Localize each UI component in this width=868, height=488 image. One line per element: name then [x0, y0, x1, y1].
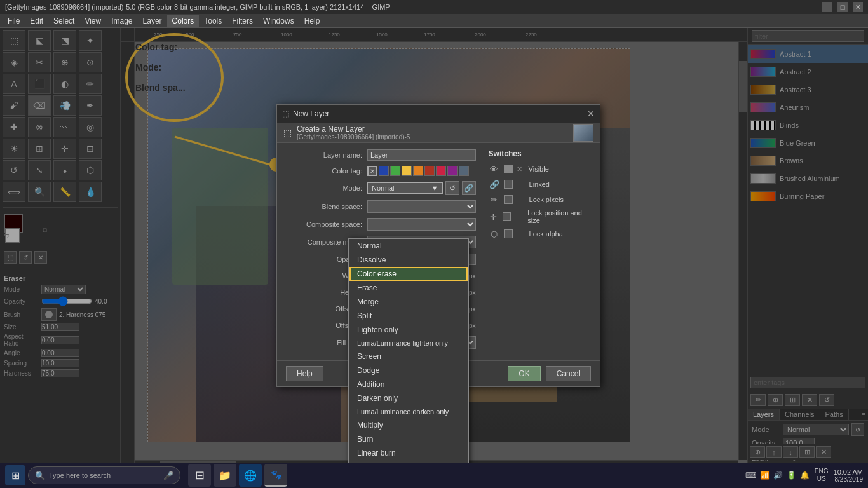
dropdown-item-screen[interactable]: Screen: [349, 349, 468, 363]
visible-x-mark: ✕: [517, 165, 522, 173]
menu-help[interactable]: Help: [299, 15, 325, 27]
search-icon: 🔍: [35, 471, 45, 480]
color-tag-grey[interactable]: [459, 166, 469, 176]
dialog-title-text: New Layer: [293, 109, 329, 118]
blend-space-row: Blend space:: [286, 200, 476, 213]
linked-icon: 🔗: [489, 179, 500, 190]
mode-dropdown-arrow: ▼: [431, 184, 438, 192]
start-button[interactable]: ⊞: [5, 465, 25, 485]
blend-space-label: Blend space:: [286, 203, 362, 210]
menu-tools[interactable]: Tools: [199, 15, 227, 27]
cancel-button[interactable]: Cancel: [546, 366, 591, 381]
layer-name-row: Layer name:: [286, 149, 476, 161]
color-tag-red1[interactable]: [424, 166, 435, 176]
dialog-sub-icon: ⬚: [283, 128, 292, 138]
color-tag-label: Color tag:: [286, 167, 362, 175]
dropdown-item-dissolve[interactable]: Dissolve: [349, 253, 468, 267]
linked-label: Linked: [529, 180, 550, 188]
dialog-icon: ⬚: [282, 109, 289, 118]
menu-select[interactable]: Select: [48, 15, 79, 27]
dialog-sub-title: Create a New Layer: [297, 125, 410, 133]
composite-space-select[interactable]: [367, 218, 476, 231]
dropdown-item-erase[interactable]: Erase: [349, 281, 468, 295]
offset-y-unit: px: [469, 322, 476, 329]
menu-file[interactable]: File: [3, 15, 25, 27]
menu-image[interactable]: Image: [106, 15, 137, 27]
lock-pixels-icon: ✏: [489, 194, 500, 205]
lock-position-checkbox[interactable]: [503, 212, 511, 221]
mode-selected-value: Normal: [372, 184, 394, 192]
visible-checkbox[interactable]: [504, 165, 513, 173]
mode-reset-btn[interactable]: ↺: [445, 181, 459, 195]
color-tag-swatches: ✕: [367, 166, 469, 176]
dropdown-item-burn[interactable]: Burn: [349, 432, 468, 446]
color-tag-yellow[interactable]: [402, 166, 412, 176]
lock-position-label: Lock position and size: [527, 209, 591, 224]
menu-windows[interactable]: Windows: [258, 15, 299, 27]
menu-edit[interactable]: Edit: [25, 15, 48, 27]
menu-filters[interactable]: Filters: [227, 15, 258, 27]
menu-colors[interactable]: Colors: [167, 15, 200, 27]
dropdown-item-dodge[interactable]: Dodge: [349, 363, 468, 377]
taskbar-search-box[interactable]: 🔍 Type here to search 🎤: [28, 466, 180, 484]
mode-dropdown-btn[interactable]: Normal ▼: [367, 182, 443, 194]
blend-space-select[interactable]: [367, 200, 476, 213]
mode-link-btn[interactable]: 🔗: [462, 181, 476, 195]
dialog-sub-header: ⬚ Create a New Layer [GettyImages-108909…: [277, 123, 600, 143]
taskbar-search-text: Type here to search: [49, 471, 111, 479]
mode-dropdown-menu: Normal Dissolve Color erase Erase Merge …: [348, 238, 469, 488]
dropdown-item-luma-darken[interactable]: Luma/Luminance darken only: [349, 405, 468, 418]
color-tag-purple[interactable]: [447, 166, 458, 176]
dropdown-item-multiply[interactable]: Multiply: [349, 418, 468, 432]
close-button[interactable]: ✕: [853, 2, 863, 12]
taskbar-app-explorer[interactable]: 📁: [214, 464, 236, 487]
lock-pixels-switch-row: ✏ Lock pixels: [489, 194, 591, 205]
color-tag-blue[interactable]: [379, 166, 389, 176]
menu-view[interactable]: View: [79, 15, 106, 27]
form-mode-label: Mode:: [286, 184, 362, 192]
minimize-button[interactable]: –: [822, 2, 832, 12]
taskbar-app-edge[interactable]: 🌐: [239, 464, 262, 487]
composite-space-row: Composite space:: [286, 218, 476, 231]
dropdown-item-linear-burn[interactable]: Linear burn: [349, 446, 468, 460]
lock-alpha-icon: ⬡: [489, 228, 500, 240]
taskbar: ⊞ 🔍 Type here to search 🎤 ⊟ 📁 🌐 🐾 ⌨ 📶 🔊 …: [0, 463, 868, 488]
color-tag-row: Color tag: ✕: [286, 166, 476, 176]
layer-name-label: Layer name:: [286, 151, 362, 159]
composite-space-label: Composite space:: [286, 220, 362, 228]
title-bar: [GettyImages-1089096664] (imported)-5.0 …: [0, 0, 868, 14]
dropdown-item-normal[interactable]: Normal: [349, 239, 468, 253]
dropdown-item-split[interactable]: Split: [349, 309, 468, 323]
dropdown-item-merge[interactable]: Merge: [349, 295, 468, 309]
lock-position-switch-row: ✛ Lock position and size: [489, 209, 591, 224]
color-tag-green[interactable]: [390, 166, 400, 176]
color-tag-none[interactable]: ✕: [367, 166, 377, 176]
network-icon: 📶: [760, 471, 770, 480]
clock-date: 8/23/2019: [834, 476, 863, 483]
title-bar-buttons: – □ ✕: [822, 2, 863, 12]
dialog-close-button[interactable]: ✕: [587, 109, 595, 119]
color-tag-red2[interactable]: [436, 166, 446, 176]
notification-icon: 🔔: [800, 471, 810, 480]
linked-checkbox[interactable]: [504, 180, 513, 189]
microphone-icon: 🎤: [163, 471, 173, 480]
title-bar-text: [GettyImages-1089096664] (imported)-5.0 …: [5, 3, 390, 11]
dropdown-item-color-erase[interactable]: Color erase: [349, 267, 468, 281]
dialog-overlay: ⬚ New Layer ✕ ⬚ Create a New Layer [Gett…: [0, 28, 868, 488]
layer-name-input[interactable]: [367, 149, 476, 161]
color-tag-orange[interactable]: [413, 166, 423, 176]
dropdown-item-lighten-only[interactable]: Lighten only: [349, 323, 468, 337]
switches-title: Switches: [489, 149, 591, 158]
lock-pixels-checkbox[interactable]: [504, 195, 513, 204]
maximize-button[interactable]: □: [837, 2, 848, 12]
dropdown-item-darken-only[interactable]: Darken only: [349, 391, 468, 405]
taskbar-app-taskview[interactable]: ⊟: [188, 464, 211, 487]
help-button[interactable]: Help: [286, 366, 323, 381]
dropdown-item-addition[interactable]: Addition: [349, 377, 468, 391]
ok-button[interactable]: OK: [508, 366, 540, 381]
menu-layer[interactable]: Layer: [138, 15, 167, 27]
dropdown-item-luma-lighten[interactable]: Luma/Luminance lighten only: [349, 337, 468, 349]
lock-alpha-checkbox[interactable]: [504, 229, 513, 238]
taskbar-app-gimp[interactable]: 🐾: [264, 464, 287, 487]
offset-x-unit: px: [469, 306, 476, 313]
